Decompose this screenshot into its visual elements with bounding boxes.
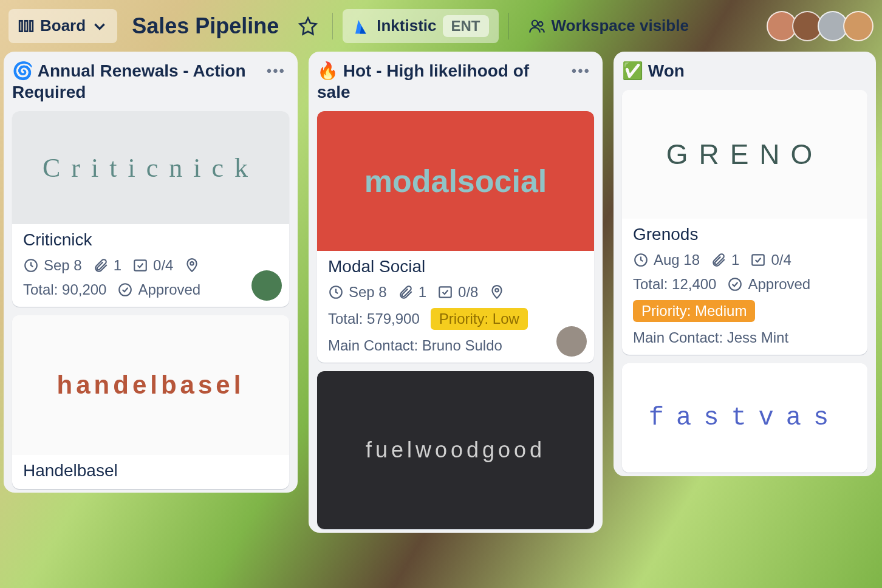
card-title: Grenods bbox=[633, 225, 856, 244]
location-icon bbox=[184, 258, 200, 273]
attachment-icon bbox=[398, 284, 414, 300]
total-field: Total: 90,200 bbox=[23, 281, 106, 298]
clock-icon bbox=[23, 258, 39, 273]
card-custom-fields: Total: 90,200 Approved bbox=[23, 281, 278, 298]
total-field: Total: 579,900 bbox=[328, 310, 420, 327]
card-priority-row: Priority: Medium bbox=[633, 300, 856, 322]
checklist-badge: 0/4 bbox=[132, 257, 173, 274]
card-handelbasel[interactable]: handelbasel Handelbasel bbox=[12, 315, 289, 489]
list-header: ✅ Won bbox=[622, 60, 867, 81]
list-annual-renewals: 🌀 Annual Renewals - Action Required ••• … bbox=[4, 52, 298, 493]
cover-logo-text: modalsocial bbox=[364, 163, 547, 199]
attachment-icon bbox=[711, 252, 726, 268]
location-badge bbox=[489, 284, 505, 300]
list-title[interactable]: ✅ Won bbox=[622, 60, 867, 81]
svg-rect-13 bbox=[753, 255, 765, 265]
card-contact-row: Main Contact: Bruno Suldo bbox=[328, 337, 583, 354]
star-button[interactable] bbox=[293, 9, 323, 43]
contact-field: Main Contact: Jess Mint bbox=[633, 329, 788, 346]
check-circle-icon bbox=[117, 282, 133, 298]
list-menu-button[interactable]: ••• bbox=[568, 60, 594, 82]
org-button[interactable]: Inktistic ENT bbox=[343, 9, 498, 43]
cover-logo-text: fastvas bbox=[649, 403, 841, 432]
checklist-icon bbox=[437, 284, 453, 300]
card-cover: modalsocial bbox=[317, 111, 594, 251]
list-title-icon: 🔥 bbox=[317, 61, 338, 80]
checklist-badge: 0/4 bbox=[750, 251, 791, 268]
svg-rect-10 bbox=[439, 287, 451, 297]
check-circle-icon bbox=[727, 276, 743, 292]
svg-point-8 bbox=[120, 284, 132, 296]
card-badges: Sep 8 1 0/8 bbox=[328, 284, 583, 301]
contact-field: Main Contact: Bruno Suldo bbox=[328, 337, 502, 354]
due-date-badge: Sep 8 bbox=[23, 257, 82, 274]
board-view-icon bbox=[18, 18, 34, 34]
card-custom-fields: Total: 579,900 Priority: Low bbox=[328, 308, 583, 330]
card-fastvase[interactable]: fastvas bbox=[622, 363, 867, 473]
card-cover: GRENO bbox=[622, 90, 867, 219]
card-cover: fastvas bbox=[622, 363, 867, 473]
card-title: Modal Social bbox=[328, 257, 583, 276]
location-icon bbox=[489, 284, 505, 300]
list-title-icon: 🌀 bbox=[12, 61, 33, 80]
cover-logo-text: fuelwoodgood bbox=[366, 437, 545, 463]
list-title-text: Won bbox=[648, 61, 685, 80]
checklist-icon bbox=[750, 252, 766, 268]
svg-point-14 bbox=[730, 278, 742, 290]
list-menu-button[interactable]: ••• bbox=[263, 60, 289, 82]
cover-logo-text: GRENO bbox=[666, 138, 824, 171]
svg-point-11 bbox=[496, 289, 499, 292]
card-title: Handelbasel bbox=[23, 461, 278, 480]
member-avatars[interactable] bbox=[771, 11, 873, 41]
svg-rect-1 bbox=[25, 21, 27, 31]
svg-point-4 bbox=[538, 22, 542, 26]
list-title-icon: ✅ bbox=[622, 61, 643, 80]
card-member-avatar[interactable] bbox=[556, 326, 587, 357]
due-date-badge: Aug 18 bbox=[633, 251, 700, 268]
member-avatar[interactable] bbox=[843, 11, 873, 41]
card-cover: Criticnick bbox=[12, 111, 289, 224]
checklist-icon bbox=[132, 258, 148, 273]
list-header: 🔥 Hot - High likelihood of sale ••• bbox=[317, 60, 594, 103]
card-criticnick[interactable]: Criticnick Criticnick Sep 8 1 0/4 bbox=[12, 111, 289, 307]
header-divider bbox=[332, 13, 333, 39]
svg-point-3 bbox=[532, 20, 537, 26]
list-header: 🌀 Annual Renewals - Action Required ••• bbox=[12, 60, 289, 103]
list-hot: 🔥 Hot - High likelihood of sale ••• moda… bbox=[309, 52, 603, 533]
org-name: Inktistic bbox=[377, 16, 436, 35]
board-title[interactable]: Sales Pipeline bbox=[127, 13, 284, 39]
card-modal-social[interactable]: modalsocial Modal Social Sep 8 1 0/8 bbox=[317, 111, 594, 363]
card-cover: handelbasel bbox=[12, 315, 289, 455]
list-title[interactable]: 🌀 Annual Renewals - Action Required bbox=[12, 60, 257, 103]
clock-icon bbox=[328, 284, 344, 300]
card-badges: Sep 8 1 0/4 bbox=[23, 257, 278, 274]
card-contact-row: Main Contact: Jess Mint bbox=[633, 329, 856, 346]
cover-logo-text: handelbasel bbox=[57, 371, 245, 400]
status-field: Approved bbox=[727, 276, 810, 293]
checklist-badge: 0/8 bbox=[437, 284, 478, 301]
attachments-badge: 1 bbox=[93, 257, 121, 274]
card-grenods[interactable]: GRENO Grenods Aug 18 1 0/4 bbox=[622, 90, 867, 355]
org-tier-badge: ENT bbox=[443, 15, 489, 37]
card-member-avatar[interactable] bbox=[251, 270, 282, 301]
view-switcher[interactable]: Board bbox=[9, 9, 117, 43]
people-icon bbox=[528, 18, 545, 35]
total-field: Total: 12,400 bbox=[633, 276, 716, 293]
visibility-button[interactable]: Workspace visible bbox=[519, 9, 699, 43]
svg-rect-6 bbox=[134, 260, 146, 270]
view-label: Board bbox=[40, 16, 86, 35]
priority-field: Priority: Low bbox=[431, 308, 528, 330]
list-title[interactable]: 🔥 Hot - High likelihood of sale bbox=[317, 60, 562, 103]
card-fuelwoodgood[interactable]: fuelwoodgood bbox=[317, 371, 594, 529]
atlassian-logo-icon bbox=[352, 17, 371, 35]
chevron-down-icon bbox=[92, 18, 108, 34]
card-cover: fuelwoodgood bbox=[317, 371, 594, 529]
attachments-badge: 1 bbox=[398, 284, 426, 301]
status-field: Approved bbox=[117, 281, 200, 298]
card-badges: Aug 18 1 0/4 bbox=[633, 251, 856, 268]
cover-logo-text: Criticnick bbox=[43, 152, 259, 183]
svg-rect-2 bbox=[30, 21, 33, 31]
svg-rect-0 bbox=[19, 21, 22, 31]
location-badge bbox=[184, 258, 200, 273]
header-divider bbox=[508, 13, 509, 39]
